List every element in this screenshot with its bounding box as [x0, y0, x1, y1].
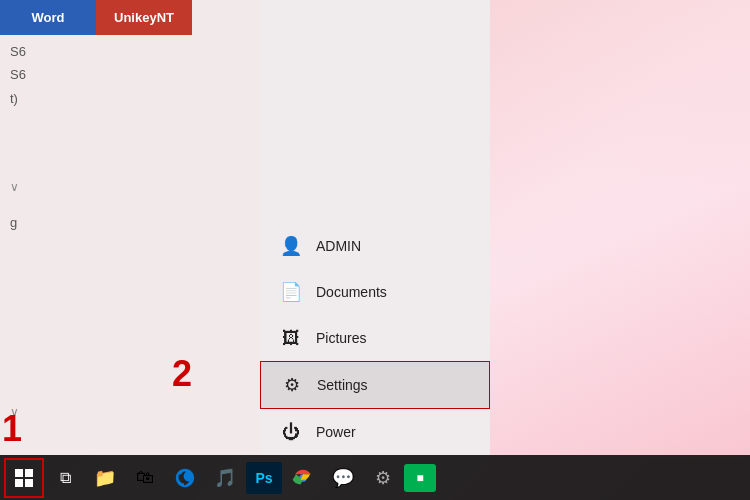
edge-icon: [174, 467, 196, 489]
menu-item-admin-label: ADMIN: [316, 238, 361, 254]
menu-item-pictures-label: Pictures: [316, 330, 367, 346]
start-menu-items-list: 👤 ADMIN 📄 Documents 🖼 Pictures ⚙ Setting…: [260, 223, 490, 455]
taskbar-task-view[interactable]: ⧉: [46, 459, 84, 497]
taskbar-store[interactable]: 🛍: [126, 459, 164, 497]
taskbar: ⧉ 📁 🛍 🎵 Ps 💬 ⚙ ■: [0, 455, 750, 500]
taskbar-settings[interactable]: ⚙: [364, 459, 402, 497]
tile-unikey[interactable]: UnikeyNT: [96, 0, 192, 35]
svg-rect-0: [15, 469, 23, 477]
right-panel-text-bottom: g: [10, 215, 17, 230]
documents-icon: 📄: [280, 281, 302, 303]
user-icon: 👤: [280, 235, 302, 257]
desktop-background-right: [490, 0, 750, 460]
settings-icon: ⚙: [281, 374, 303, 396]
annotation-label-1: 1: [2, 408, 22, 450]
menu-item-power-label: Power: [316, 424, 356, 440]
taskbar-line[interactable]: 💬: [324, 459, 362, 497]
pictures-icon: 🖼: [280, 327, 302, 349]
right-panel-text: S6 S6 t): [10, 40, 26, 110]
menu-item-power[interactable]: ⏻ Power: [260, 409, 490, 455]
taskbar-chrome[interactable]: [284, 459, 322, 497]
start-menu-tiles-panel: Word UnikeyNT S6 S6 t) ∨ g ∨: [0, 0, 260, 455]
svg-rect-3: [25, 479, 33, 487]
tiles-row: Word UnikeyNT: [0, 0, 260, 35]
menu-item-admin[interactable]: 👤 ADMIN: [260, 223, 490, 269]
chrome-icon: [292, 467, 314, 489]
start-menu-left-panel: 👤 ADMIN 📄 Documents 🖼 Pictures ⚙ Setting…: [260, 0, 490, 455]
tile-word[interactable]: Word: [0, 0, 96, 35]
taskbar-edge[interactable]: [166, 459, 204, 497]
menu-item-settings[interactable]: ⚙ Settings: [260, 361, 490, 409]
menu-item-documents[interactable]: 📄 Documents: [260, 269, 490, 315]
start-button[interactable]: [4, 458, 44, 498]
taskbar-photoshop[interactable]: Ps: [246, 462, 282, 494]
menu-item-settings-label: Settings: [317, 377, 368, 393]
svg-rect-1: [25, 469, 33, 477]
desktop: Word UnikeyNT S6 S6 t) ∨ g ∨ 👤 ADMIN 📄: [0, 0, 750, 500]
annotation-label-2: 2: [172, 353, 192, 395]
power-icon: ⏻: [280, 421, 302, 443]
taskbar-unknown-green[interactable]: ■: [404, 464, 436, 492]
menu-item-pictures[interactable]: 🖼 Pictures: [260, 315, 490, 361]
start-menu: Word UnikeyNT S6 S6 t) ∨ g ∨ 👤 ADMIN 📄: [0, 0, 490, 455]
taskbar-file-explorer[interactable]: 📁: [86, 459, 124, 497]
chevron-down-icon-1: ∨: [10, 180, 19, 194]
windows-logo-icon: [14, 468, 34, 488]
taskbar-spotify[interactable]: 🎵: [206, 459, 244, 497]
menu-item-documents-label: Documents: [316, 284, 387, 300]
svg-rect-2: [15, 479, 23, 487]
